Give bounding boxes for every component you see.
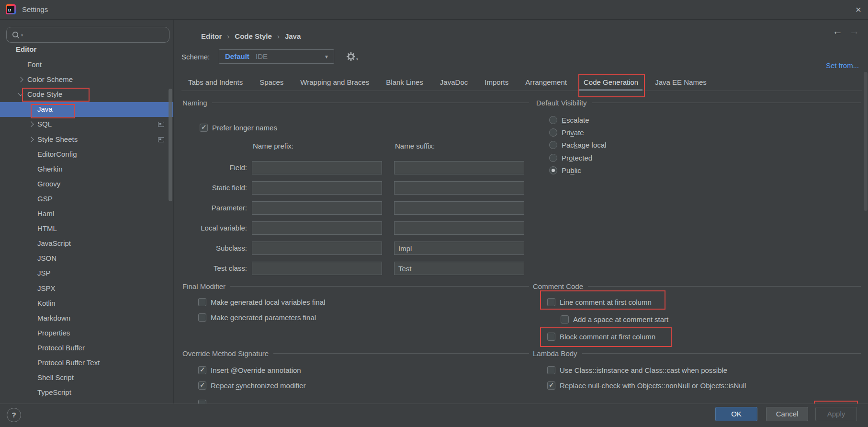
field-suffix-input[interactable] bbox=[394, 161, 524, 174]
settings-search-input[interactable] bbox=[28, 28, 164, 42]
test-class-prefix-input[interactable] bbox=[252, 262, 382, 275]
chevron-right-icon[interactable] bbox=[28, 121, 34, 127]
checkbox-prefer-longer-names[interactable]: Prefer longer names bbox=[200, 123, 277, 132]
checkbox-replace-null-check-with-objects-nonnull-or-objects-isnull[interactable]: Replace null-check with Objects::nonNull… bbox=[547, 381, 746, 390]
breadcrumb-item-editor[interactable]: Editor bbox=[201, 32, 222, 40]
local-variable-suffix-input[interactable] bbox=[394, 221, 524, 235]
settings-search-box[interactable]: ▾ bbox=[6, 27, 169, 43]
unchecked-checkbox-icon[interactable] bbox=[198, 313, 206, 322]
radio-label: Package local bbox=[562, 141, 606, 149]
scheme-gear-button[interactable]: ▾ bbox=[346, 51, 356, 63]
tab-code-generation[interactable]: Code Generation bbox=[584, 74, 638, 91]
sidebar-item-groovy[interactable]: Groovy bbox=[0, 177, 173, 192]
radio-package-local[interactable]: Package local bbox=[549, 140, 606, 149]
search-filter-chevron-icon[interactable]: ▾ bbox=[21, 33, 23, 37]
sidebar-item-kotlin[interactable]: Kotlin bbox=[0, 296, 173, 311]
radio-private[interactable]: Private bbox=[549, 128, 584, 137]
sidebar-item-java[interactable]: Java bbox=[0, 102, 173, 117]
sidebar-item-sql[interactable]: SQL bbox=[0, 117, 173, 132]
sidebar-item-markdown[interactable]: Markdown bbox=[0, 311, 173, 326]
sidebar-item-html[interactable]: HTML bbox=[0, 221, 173, 236]
sidebar-item-jsp[interactable]: JSP bbox=[0, 266, 173, 281]
radio-icon[interactable] bbox=[549, 116, 557, 124]
tab-blank-lines[interactable]: Blank Lines bbox=[386, 74, 423, 91]
sidebar-item-properties[interactable]: Properties bbox=[0, 326, 173, 341]
unchecked-checkbox-icon[interactable] bbox=[547, 298, 555, 306]
radio-protected[interactable]: Protected bbox=[549, 153, 592, 162]
field-prefix-input[interactable] bbox=[252, 161, 382, 174]
unchecked-checkbox-icon[interactable] bbox=[198, 298, 206, 306]
ok-button[interactable]: OK bbox=[715, 407, 757, 421]
sidebar-item-haml[interactable]: Haml bbox=[0, 207, 173, 221]
chevron-right-icon[interactable] bbox=[18, 77, 23, 82]
tab-tabs-and-indents[interactable]: Tabs and Indents bbox=[188, 74, 243, 91]
static-field-suffix-input[interactable] bbox=[394, 181, 524, 195]
checkbox-repeat-synchronized-modifier[interactable]: Repeat synchronized modifier bbox=[198, 381, 305, 390]
local-variable-prefix-input[interactable] bbox=[252, 221, 382, 235]
breadcrumb-item-code-style[interactable]: Code Style bbox=[235, 32, 272, 40]
sidebar-item-editorconfig[interactable]: EditorConfig bbox=[0, 147, 173, 162]
sidebar-item-gsp[interactable]: GSP bbox=[0, 192, 173, 207]
unchecked-checkbox-icon[interactable] bbox=[561, 315, 569, 323]
checkbox-block-comment-at-first-column[interactable]: Block comment at first column bbox=[547, 332, 655, 341]
parameter-prefix-input[interactable] bbox=[252, 201, 382, 215]
radio-escalate[interactable]: Escalate bbox=[549, 115, 589, 124]
tab-java-ee-names[interactable]: Java EE Names bbox=[655, 74, 707, 91]
parameter-suffix-input[interactable] bbox=[394, 201, 524, 215]
sidebar-item-typescript[interactable]: TypeScript bbox=[0, 385, 173, 400]
checkbox-add-a-space-at-comment-start[interactable]: Add a space at comment start bbox=[561, 315, 668, 323]
checkbox-line-comment-at-first-column[interactable]: Line comment at first column bbox=[547, 298, 652, 306]
sidebar-item-style-sheets[interactable]: Style Sheets bbox=[0, 132, 173, 147]
sidebar-item-gherkin[interactable]: Gherkin bbox=[0, 162, 173, 177]
scheme-select[interactable]: Default IDE ▼ bbox=[219, 49, 334, 64]
subclass-prefix-input[interactable] bbox=[252, 242, 382, 255]
selected-radio-icon[interactable] bbox=[549, 166, 557, 174]
checkbox-label: Block comment at first column bbox=[560, 333, 655, 341]
radio-public[interactable]: Public bbox=[549, 166, 581, 174]
sidebar-item-color-scheme[interactable]: Color Scheme bbox=[0, 72, 173, 87]
sidebar-item-label: JSP bbox=[37, 269, 51, 277]
sidebar-item-code-style[interactable]: Code Style bbox=[0, 87, 173, 102]
checked-checkbox-icon[interactable] bbox=[547, 381, 555, 390]
radio-icon[interactable] bbox=[549, 128, 557, 137]
sidebar-item-protocol-buffer-text[interactable]: Protocol Buffer Text bbox=[0, 356, 173, 370]
tab-imports[interactable]: Imports bbox=[485, 74, 508, 91]
set-from-link[interactable]: Set from... bbox=[826, 61, 859, 69]
sidebar-item-protocol-buffer[interactable]: Protocol Buffer bbox=[0, 341, 173, 356]
close-icon[interactable]: × bbox=[856, 0, 861, 19]
checkbox-make-generated-local-variables-final[interactable]: Make generated local variables final bbox=[198, 298, 325, 306]
apply-button[interactable]: Apply bbox=[815, 407, 857, 421]
test-class-suffix-input[interactable] bbox=[394, 262, 524, 275]
checkbox-make-generated-parameters-final[interactable]: Make generated parameters final bbox=[198, 313, 316, 322]
sidebar-item-javascript[interactable]: JavaScript bbox=[0, 236, 173, 251]
unchecked-checkbox-icon[interactable] bbox=[547, 366, 555, 374]
tab-javadoc[interactable]: JavaDoc bbox=[440, 74, 468, 91]
sidebar-scrollbar[interactable] bbox=[169, 89, 172, 201]
checked-checkbox-icon[interactable] bbox=[200, 124, 208, 132]
content-scrollbar[interactable] bbox=[864, 72, 868, 211]
unchecked-checkbox-icon[interactable] bbox=[547, 333, 555, 341]
subclass-suffix-input[interactable] bbox=[394, 242, 524, 255]
sidebar-item-jspx[interactable]: JSPX bbox=[0, 281, 173, 296]
sidebar-item-json[interactable]: JSON bbox=[0, 251, 173, 266]
radio-icon[interactable] bbox=[549, 141, 557, 149]
chevron-down-icon[interactable] bbox=[18, 91, 23, 96]
checked-checkbox-icon[interactable] bbox=[198, 366, 206, 374]
checkbox-label: Make generated parameters final bbox=[211, 313, 316, 322]
checkbox-insert-override-annotation[interactable]: Insert @Override annotation bbox=[198, 366, 301, 374]
help-button[interactable]: ? bbox=[7, 408, 21, 422]
back-arrow-icon[interactable]: ← bbox=[833, 25, 843, 37]
tab-wrapping-and-braces[interactable]: Wrapping and Braces bbox=[300, 74, 369, 91]
sidebar-item-shell-script[interactable]: Shell Script bbox=[0, 370, 173, 385]
static-field-prefix-input[interactable] bbox=[252, 181, 382, 195]
tab-arrangement[interactable]: Arrangement bbox=[525, 74, 567, 91]
chevron-right-icon[interactable] bbox=[28, 137, 34, 142]
cancel-button[interactable]: Cancel bbox=[766, 407, 808, 421]
sidebar-item-font[interactable]: Font bbox=[0, 58, 173, 72]
radio-icon[interactable] bbox=[549, 154, 557, 162]
breadcrumb-item-java[interactable]: Java bbox=[285, 32, 301, 40]
tab-spaces[interactable]: Spaces bbox=[259, 74, 283, 91]
checked-checkbox-icon[interactable] bbox=[198, 381, 206, 390]
checkbox-use-class-isinstance-and-class-cast-when-possible[interactable]: Use Class::isInstance and Class::cast wh… bbox=[547, 366, 727, 374]
forward-arrow-icon[interactable]: → bbox=[849, 25, 859, 37]
